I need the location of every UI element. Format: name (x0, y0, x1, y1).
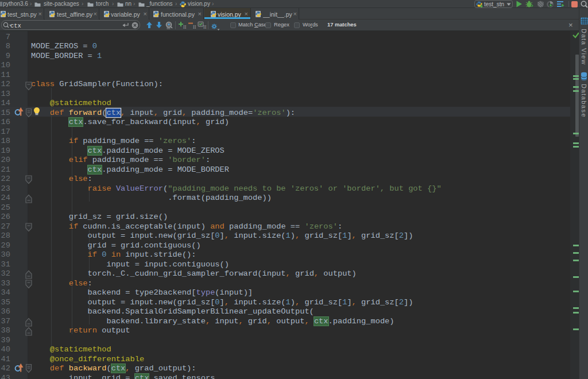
svg-text:II: II (193, 25, 196, 30)
svg-text:II: II (203, 25, 207, 30)
svg-text:II: II (183, 25, 187, 30)
